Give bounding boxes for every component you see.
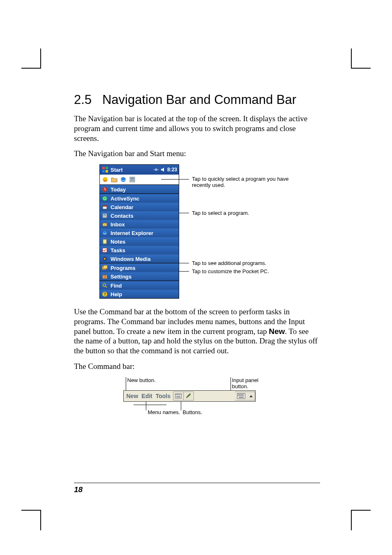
command-bar: New Edit Tools [123,390,256,402]
menu-item-label: Notes [111,239,125,245]
menu-item-label: Settings [111,274,131,280]
menu-item-contacts[interactable]: Contacts [100,211,179,220]
connectivity-icon [153,167,159,172]
svg-rect-44 [243,395,244,396]
svg-rect-40 [238,395,239,396]
keyboard-icon [237,393,245,399]
svg-rect-7 [131,178,134,179]
start-menu-figure: Start 8:23 [99,164,295,302]
svg-rect-15 [104,214,106,215]
paragraph-4: The Command bar: [74,362,320,371]
menu-item-programs[interactable]: Programs [100,263,179,272]
menu-item-help[interactable]: ?Help [100,290,179,298]
menu-item-today[interactable]: Today [100,185,179,193]
new-bold: New [269,327,285,336]
menu-item-inbox[interactable]: Inbox [100,220,179,228]
section-heading: 2.5 Navigation Bar and Command Bar [74,92,320,107]
triangle-up-icon [249,394,253,398]
svg-rect-2 [102,170,105,173]
ie-icon [101,230,108,236]
svg-rect-36 [239,394,240,395]
section-title: Navigation Bar and Command Bar [102,92,296,107]
callout-programs: Tap to see additional programs. [192,260,295,266]
svg-point-25 [103,284,106,287]
menu-item-notes[interactable]: Notes [100,237,179,246]
svg-rect-9 [131,180,134,181]
folder-icon[interactable] [111,176,118,183]
menu-item-label: Programs [111,265,136,271]
svg-rect-8 [131,180,134,180]
clock-time: 8:23 [167,167,177,173]
callout-program-list: Tap to select a program. [192,210,295,216]
svg-rect-13 [103,205,107,207]
paragraph-2: The Navigation bar and Start menu: [74,149,320,159]
menu-item-label: Contacts [111,213,134,219]
svg-rect-30 [177,394,178,395]
label-buttons: Buttons. [183,409,203,415]
svg-rect-45 [239,397,244,398]
wmp-icon [101,256,108,262]
paragraph-1: The Navigation bar is located at the top… [74,114,320,143]
svg-rect-29 [176,394,177,395]
notes-icon [101,238,108,245]
menu-item-label: Calendar [111,204,134,210]
menu-item-label: Windows Media [111,256,150,262]
section-number: 2.5 [74,92,92,107]
svg-rect-41 [239,395,240,396]
nav-bar[interactable]: Start 8:23 [100,165,179,175]
svg-point-11 [102,196,107,201]
menu-group-help: Find ?Help [100,281,179,298]
msn-icon[interactable] [101,176,109,183]
toolbar-button-keyboard[interactable] [173,391,184,401]
svg-rect-18 [103,240,106,244]
menu-new[interactable]: New [125,393,140,399]
keyboard-small-icon [175,394,182,398]
contacts-icon[interactable] [129,176,136,183]
label-new-button: New button. [127,377,156,383]
menu-group-system: Programs Settings [100,263,179,281]
menu-item-label: Today [111,187,126,193]
ie-icon[interactable] [120,176,127,183]
callout-recent: Tap to quickly select a program you have… [192,176,295,188]
label-menu-names: Menu names. [148,409,180,415]
tasks-icon [101,247,108,253]
menu-tools[interactable]: Tools [154,393,172,399]
input-panel-arrow[interactable] [247,391,255,401]
menu-item-settings[interactable]: Settings [100,272,179,281]
pen-icon [186,393,191,399]
status-icons: 8:23 [153,167,177,173]
menu-item-label: Tasks [111,247,125,253]
menu-item-label: Find [111,283,122,289]
start-label: Start [111,167,123,173]
menu-item-tasks[interactable]: Tasks [100,246,179,254]
activesync-icon [101,195,108,202]
menu-item-label: Inbox [111,221,125,228]
menu-item-label: ActiveSync [111,196,139,202]
command-bar-figure: New button. Input panel button. New Edit… [123,377,271,424]
menu-item-calendar[interactable]: Calendar [100,203,179,211]
settings-icon [101,273,108,280]
windows-flag-icon [101,166,109,173]
page-number: 18 [74,485,83,494]
help-icon: ? [101,291,108,297]
menu-group-today: Today [100,185,179,194]
menu-edit[interactable]: Edit [140,393,153,399]
toolbar-button-pen[interactable] [183,391,194,401]
paragraph-3: Use the Command bar at the bottom of the… [74,307,320,356]
footer-rule [74,483,320,483]
programs-icon [101,265,108,271]
speaker-icon [161,167,166,172]
recent-programs-row[interactable] [100,175,179,185]
svg-rect-31 [178,394,179,395]
menu-item-activesync[interactable]: ActiveSync [100,194,179,203]
inbox-icon [101,221,108,228]
menu-item-wmp[interactable]: Windows Media [100,254,179,263]
menu-group-apps: ActiveSync Calendar Contacts Inbox Inter… [100,194,179,263]
menu-item-ie[interactable]: Internet Explorer [100,228,179,237]
svg-rect-35 [238,394,239,395]
calendar-icon [101,204,108,210]
input-panel-button[interactable] [235,391,248,401]
svg-text:?: ? [104,292,106,297]
svg-rect-33 [176,396,180,397]
menu-item-find[interactable]: Find [100,281,179,290]
